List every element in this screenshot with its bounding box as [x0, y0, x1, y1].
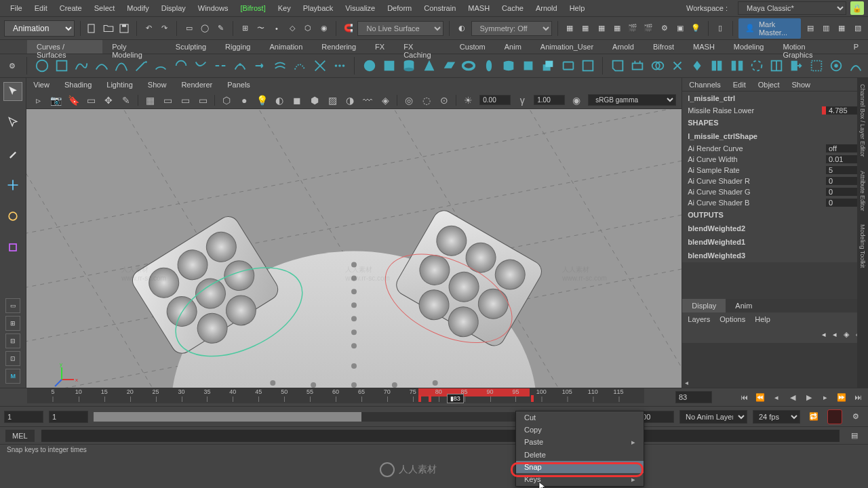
- hypershade-icon[interactable]: ▦: [579, 20, 592, 37]
- vp-shading[interactable]: Shading: [64, 81, 92, 89]
- start-frame-field[interactable]: [4, 411, 43, 423]
- menu-arnold[interactable]: Arnold: [530, 0, 564, 16]
- vp-grid-icon[interactable]: ▦: [144, 94, 156, 106]
- script-lang[interactable]: MEL: [5, 430, 35, 442]
- tab-mograph[interactable]: Motion Graphics: [773, 40, 844, 54]
- vp-select-cam-icon[interactable]: ▹: [32, 94, 44, 106]
- vp-panels[interactable]: Panels: [227, 81, 250, 89]
- rebuild-surf-icon[interactable]: [808, 57, 824, 75]
- grapheditor-icon[interactable]: ▦: [563, 20, 576, 37]
- tab-modeling[interactable]: Modeling: [724, 40, 774, 54]
- extend-curve-icon[interactable]: [252, 57, 268, 75]
- ctx-cut[interactable]: Cut: [516, 411, 644, 424]
- menu-playback[interactable]: Playback: [297, 0, 340, 16]
- ctx-snap[interactable]: Snap: [516, 461, 644, 473]
- snap-view-icon[interactable]: ◉: [317, 20, 330, 37]
- project-icon[interactable]: [630, 57, 646, 75]
- tab-fxcaching[interactable]: FX Caching: [394, 40, 450, 54]
- paint-tool[interactable]: [3, 144, 22, 163]
- tab-mash[interactable]: MASH: [684, 40, 724, 54]
- vp-resgate-icon[interactable]: ▭: [179, 94, 191, 106]
- extend-surf-icon[interactable]: [789, 57, 804, 75]
- user-account-button[interactable]: 👤Mark Master...: [738, 18, 801, 39]
- vp-shadows-icon[interactable]: ◐: [273, 94, 285, 106]
- range-slider[interactable]: [94, 412, 540, 422]
- layer-newempty-icon[interactable]: ◈: [844, 330, 849, 339]
- snap-plane-icon[interactable]: ◇: [285, 20, 298, 37]
- nurbs-cylinder-icon[interactable]: [401, 57, 417, 75]
- vp-flat-icon[interactable]: ◼: [291, 94, 303, 106]
- layer-help[interactable]: Help: [755, 315, 770, 323]
- tab-rigging[interactable]: Rigging: [216, 40, 260, 54]
- shape-name[interactable]: l_missile_ctrlShape: [682, 129, 868, 143]
- attr-tab-label[interactable]: Attribute Editor: [859, 171, 866, 211]
- layer-options[interactable]: Options: [719, 315, 745, 323]
- vp-xrayjoint-icon[interactable]: ⊙: [438, 94, 450, 106]
- ai-sample-rate[interactable]: Ai Sample Rate5: [682, 165, 868, 176]
- detach-surf-icon[interactable]: [729, 57, 745, 75]
- anim-layer-select[interactable]: No Anim Layer: [679, 410, 747, 424]
- cb-scrollbar[interactable]: ◂▸: [682, 377, 868, 388]
- surf-edit-icon[interactable]: [848, 57, 864, 75]
- vp-isolate-icon[interactable]: ◎: [403, 94, 415, 106]
- current-frame-marker[interactable]: ▮83: [447, 394, 464, 403]
- vp-cam-icon[interactable]: 📷: [50, 94, 62, 106]
- ep-curve-icon[interactable]: [94, 57, 109, 75]
- curve-op-icon[interactable]: [312, 57, 328, 75]
- sculpt-surf-icon[interactable]: [828, 57, 844, 75]
- birail-icon[interactable]: [560, 57, 576, 75]
- vp-exposure-icon[interactable]: ☀: [462, 94, 474, 106]
- pencil-curve-icon[interactable]: [133, 57, 149, 75]
- exposure-field[interactable]: [479, 95, 511, 105]
- ai-shader-b[interactable]: Ai Curve Shader B0: [682, 197, 868, 208]
- select-mode-icon[interactable]: ▭: [182, 20, 195, 37]
- toggle-model-icon[interactable]: ▧: [851, 20, 864, 37]
- menu-bifrost[interactable]: [Bifrost]: [234, 0, 271, 16]
- vp-gamma-icon[interactable]: γ: [516, 94, 528, 106]
- shelf-gear-icon[interactable]: ⚙: [4, 57, 20, 75]
- prev-key-icon[interactable]: ⏪: [754, 391, 766, 403]
- vp-color-icon[interactable]: ◉: [570, 94, 583, 106]
- vp-ao-icon[interactable]: ◑: [344, 94, 356, 106]
- vp-wireonshade-icon[interactable]: ⬢: [309, 94, 321, 106]
- vp-uselights-icon[interactable]: 💡: [256, 94, 268, 106]
- menu-file[interactable]: File: [4, 0, 28, 16]
- panel-layout-icon[interactable]: ▯: [714, 20, 727, 37]
- ai-render-curve[interactable]: Ai Render Curveoff: [682, 143, 868, 154]
- rotate-tool[interactable]: [3, 207, 22, 226]
- nurbs-square-icon[interactable]: [54, 57, 69, 75]
- ai-curve-width[interactable]: Ai Curve Width0.01: [682, 154, 868, 165]
- cb-object[interactable]: Object: [758, 81, 780, 89]
- bevel-icon[interactable]: [610, 57, 625, 75]
- select-tool[interactable]: [3, 82, 22, 101]
- lighteditor-icon[interactable]: 💡: [690, 20, 703, 37]
- menu-mash[interactable]: MASH: [462, 0, 496, 16]
- autokey-button[interactable]: [827, 409, 842, 424]
- offset-curve-icon[interactable]: [272, 57, 288, 75]
- vp-renderer[interactable]: Renderer: [181, 81, 212, 89]
- menu-edit[interactable]: Edit: [28, 0, 54, 16]
- nurbs-plane-icon[interactable]: [441, 57, 456, 75]
- live-surface-select[interactable]: No Live Surface: [357, 21, 443, 36]
- snap-curve-icon[interactable]: 〜: [254, 20, 267, 37]
- rendersettings-icon[interactable]: ⚙: [658, 20, 671, 37]
- two-pane-icon[interactable]: ⊟: [5, 333, 20, 348]
- tab-animation[interactable]: Animation: [260, 40, 312, 54]
- go-end-icon[interactable]: ⏭: [852, 391, 864, 403]
- open-close-icon[interactable]: [749, 57, 764, 75]
- next-key-icon[interactable]: ⏩: [835, 391, 848, 403]
- play-fwd-icon[interactable]: ▶: [803, 391, 815, 403]
- ipr-icon[interactable]: 🎬: [642, 20, 655, 37]
- go-start-icon[interactable]: ⏮: [738, 391, 750, 403]
- tab-sculpt[interactable]: Sculpting: [166, 40, 216, 54]
- menu-cache[interactable]: Cache: [496, 0, 530, 16]
- loft-icon[interactable]: [500, 57, 516, 75]
- nurbs-sphere-icon[interactable]: [361, 57, 377, 75]
- tab-animuser[interactable]: Animation_User: [531, 40, 603, 54]
- loop-icon[interactable]: 🔁: [806, 409, 822, 425]
- menu-key[interactable]: Key: [272, 0, 297, 16]
- contentbrowser-icon[interactable]: ▦: [610, 20, 623, 37]
- menu-constrain[interactable]: Constrain: [418, 0, 462, 16]
- single-pane-icon[interactable]: ▭: [5, 298, 20, 313]
- menu-help[interactable]: Help: [564, 0, 591, 16]
